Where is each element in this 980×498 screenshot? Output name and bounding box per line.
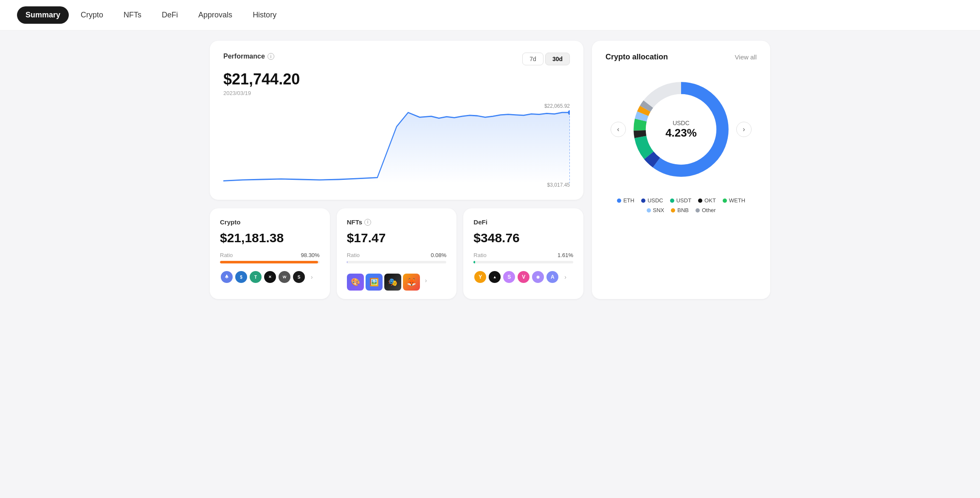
nav-history[interactable]: History [244,6,285,24]
nft-thumb-3: 🎭 [384,274,401,291]
nfts-progress-fill [347,261,347,263]
time-7d[interactable]: 7d [522,53,544,65]
legend-bnb: BNB [671,207,689,213]
defi-card-title: DeFi [473,218,573,226]
legend-eth-dot [617,199,621,203]
nfts-card-title: NFTs i [347,218,447,226]
nfts-mini-card: NFTs i $17.47 Ratio 0.08% 🎨 🖼️ [337,208,457,299]
legend-usdc: USDC [641,197,663,204]
chart-min-label: $3,017.45 [547,182,570,188]
crypto-ratio-label: Ratio [220,252,233,258]
nfts-chevron-icon[interactable]: › [425,277,427,284]
nav-approvals[interactable]: Approvals [190,6,241,24]
nfts-ratio-pct: 0.08% [431,252,446,258]
main-content: Performance i 7d 30d $21,744.20 2023/03/… [193,31,787,309]
legend-weth-dot [723,199,727,203]
defi-ratio-pct: 1.61% [558,252,573,258]
allocation-prev-button[interactable]: ‹ [611,122,626,137]
legend-eth: ETH [617,197,634,204]
bottom-cards: Crypto $21,181.38 Ratio 98.30% $ T [210,208,583,299]
nft-thumb-2: 🖼️ [366,274,383,291]
allocation-nav: ‹ [605,74,757,185]
defi-card-value: $348.76 [473,231,573,245]
nft-thumb-1: 🎨 [347,274,364,291]
defi-progress-fill [473,261,475,263]
nfts-ratio-label: Ratio [347,252,360,258]
crypto-chevron-icon[interactable]: › [311,274,313,280]
performance-header: Performance i 7d 30d [223,53,570,65]
nfts-ratio-row: Ratio 0.08% [347,252,447,258]
defi-token-6: A [546,270,559,284]
legend-okt: OKT [698,197,716,204]
legend-usdt-dot [670,199,674,203]
allocation-header: Crypto allocation View all [605,53,757,62]
crypto-progress-fill [220,261,318,263]
nfts-info-icon[interactable]: i [364,219,371,226]
donut-svg [626,74,736,185]
allocation-title: Crypto allocation [605,53,668,62]
chart-area [223,112,570,183]
defi-chevron-icon[interactable]: › [564,274,566,280]
defi-token-5: ◉ [531,270,545,284]
nfts-token-row: 🎨 🖼️ 🎭 🦊 › [347,270,447,291]
defi-ratio-label: Ratio [473,252,486,258]
performance-card: Performance i 7d 30d $21,744.20 2023/03/… [210,41,583,200]
token-weth-icon: W [278,270,291,284]
allocation-legend: ETH USDC USDT OKT WETH SNX [605,197,757,213]
nav-crypto[interactable]: Crypto [72,6,112,24]
defi-token-row: Y ▲ S V ◉ A › [473,270,573,284]
crypto-token-row: $ T ✕ W S › [220,270,320,284]
nfts-progress-bg [347,261,447,263]
legend-okt-dot [698,199,702,203]
defi-token-3: S [502,270,516,284]
defi-progress-bg [473,261,573,263]
performance-info-icon[interactable]: i [268,53,274,60]
legend-snx-dot [647,208,651,213]
performance-value: $21,744.20 [223,70,570,88]
legend-other: Other [696,207,716,213]
nav-summary[interactable]: Summary [17,6,69,24]
chart-max-label: $22,065.92 [544,103,570,109]
legend-other-dot [696,208,700,213]
donut-wrapper: USDC 4.23% [626,74,736,185]
chart-svg [223,103,570,188]
token-eth-icon [220,270,234,284]
crypto-ratio-row: Ratio 98.30% [220,252,320,258]
nav-nfts[interactable]: NFTs [115,6,150,24]
nft-thumb-4: 🦊 [403,274,420,291]
defi-token-1: Y [473,270,487,284]
legend-bnb-dot [671,208,675,213]
token-s-icon: S [292,270,306,284]
defi-mini-card: DeFi $348.76 Ratio 1.61% Y ▲ S V ◉ A › [463,208,583,299]
time-buttons: 7d 30d [522,53,570,65]
defi-token-4: V [517,270,530,284]
defi-token-2: ▲ [488,270,501,284]
time-30d[interactable]: 30d [545,53,570,65]
allocation-card: Crypto allocation View all ‹ [592,41,770,299]
crypto-card-title: Crypto [220,218,320,226]
crypto-ratio-pct: 98.30% [301,252,320,258]
legend-usdt: USDT [670,197,691,204]
legend-weth: WETH [723,197,745,204]
token-okt-icon: ✕ [263,270,277,284]
nfts-card-value: $17.47 [347,231,447,245]
token-usdt-icon: T [249,270,262,284]
performance-date: 2023/03/19 [223,90,570,96]
nft-thumbnails: 🎨 🖼️ 🎭 🦊 [347,274,420,291]
allocation-next-button[interactable]: › [736,122,752,137]
nav-defi[interactable]: DeFi [153,6,186,24]
crypto-card-value: $21,181.38 [220,231,320,245]
legend-snx: SNX [647,207,665,213]
performance-title: Performance i [223,53,274,60]
defi-ratio-row: Ratio 1.61% [473,252,573,258]
performance-chart: $22,065.92 $3,017.45 [223,103,570,188]
crypto-progress-bg [220,261,320,263]
legend-usdc-dot [641,199,645,203]
crypto-mini-card: Crypto $21,181.38 Ratio 98.30% $ T [210,208,330,299]
token-usdc-icon: $ [234,270,248,284]
main-nav: Summary Crypto NFTs DeFi Approvals Histo… [0,0,980,31]
view-all-button[interactable]: View all [735,53,757,61]
